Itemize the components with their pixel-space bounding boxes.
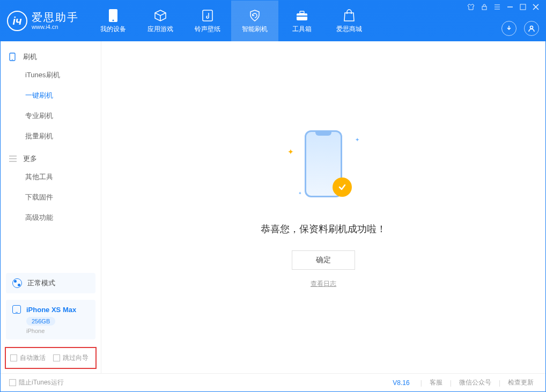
shirt-icon[interactable] xyxy=(467,4,475,12)
main-content: ✦ ✦ ✦ 恭喜您，保资料刷机成功啦！ 确定 查看日志 xyxy=(101,41,545,373)
tab-apps[interactable]: 应用游戏 xyxy=(137,1,184,41)
success-message: 恭喜您，保资料刷机成功啦！ xyxy=(261,223,386,235)
toolbox-icon xyxy=(296,9,308,23)
ok-button[interactable]: 确定 xyxy=(292,250,355,270)
app-window: iч 爱思助手 www.i4.cn 我的设备 应用游戏 铃声壁纸 智能刷机 xyxy=(0,0,546,392)
svg-rect-6 xyxy=(482,6,486,10)
sparkle-icon: ✦ xyxy=(287,147,294,156)
user-button[interactable] xyxy=(524,21,539,36)
svg-point-1 xyxy=(113,19,114,21)
device-card[interactable]: iPhone XS Max 256GB iPhone xyxy=(6,300,95,339)
checkbox-auto-activate[interactable]: 自动激活 xyxy=(10,353,46,363)
device-small-icon xyxy=(12,305,21,314)
app-title: 爱思助手 xyxy=(32,11,79,24)
nav-tabs: 我的设备 应用游戏 铃声壁纸 智能刷机 工具箱 爱思商城 xyxy=(90,1,373,41)
svg-rect-4 xyxy=(300,11,304,13)
svg-point-10 xyxy=(12,59,13,60)
svg-rect-3 xyxy=(297,13,307,20)
footer-support-link[interactable]: 客服 xyxy=(426,378,446,387)
device-capacity-badge: 256GB xyxy=(26,317,55,326)
success-illustration: ✦ ✦ ✦ xyxy=(278,126,369,206)
svg-rect-7 xyxy=(520,4,526,10)
sidebar-item-pro-flash[interactable]: 专业刷机 xyxy=(1,106,101,126)
sidebar-group-more: 更多 xyxy=(1,151,101,167)
sidebar-item-itunes-flash[interactable]: iTunes刷机 xyxy=(1,65,101,85)
sidebar-item-download-firmware[interactable]: 下载固件 xyxy=(1,187,101,208)
app-subtitle: www.i4.cn xyxy=(32,24,79,31)
sidebar: 刷机 iTunes刷机 一键刷机 专业刷机 批量刷机 更多 其他工具 下载固件 … xyxy=(1,41,101,373)
window-controls xyxy=(467,4,539,12)
close-button[interactable] xyxy=(533,4,539,12)
footer: 阻止iTunes运行 V8.16 | 客服 | 微信公众号 | 检查更新 xyxy=(1,373,545,391)
tab-store[interactable]: 爱思商城 xyxy=(326,1,373,41)
checkmark-badge-icon xyxy=(333,177,352,197)
logo: iч 爱思助手 www.i4.cn xyxy=(7,11,79,31)
lock-icon[interactable] xyxy=(481,4,488,12)
svg-rect-5 xyxy=(297,16,307,17)
mode-indicator[interactable]: 正常模式 xyxy=(6,273,95,293)
version-label: V8.16 xyxy=(393,379,409,387)
list-icon xyxy=(9,156,18,162)
shield-refresh-icon xyxy=(248,9,261,23)
minimize-button[interactable] xyxy=(507,4,513,12)
cube-icon xyxy=(154,9,167,23)
sparkle-icon: ✦ xyxy=(355,137,359,143)
download-button[interactable] xyxy=(501,21,517,36)
footer-update-link[interactable]: 检查更新 xyxy=(505,378,537,387)
svg-rect-2 xyxy=(203,10,212,21)
svg-point-8 xyxy=(530,26,533,29)
maximize-button[interactable] xyxy=(520,4,526,12)
tab-my-device[interactable]: 我的设备 xyxy=(90,1,137,41)
sidebar-item-advanced[interactable]: 高级功能 xyxy=(1,208,101,228)
menu-icon[interactable] xyxy=(494,4,500,12)
mode-icon xyxy=(12,278,22,288)
tab-ringtones[interactable]: 铃声壁纸 xyxy=(184,1,231,41)
checkbox-block-itunes[interactable]: 阻止iTunes运行 xyxy=(9,378,64,387)
bottom-options-highlighted: 自动激活 跳过向导 xyxy=(5,347,97,369)
tab-toolbox[interactable]: 工具箱 xyxy=(278,1,326,41)
bag-icon xyxy=(343,9,355,23)
sidebar-item-batch-flash[interactable]: 批量刷机 xyxy=(1,126,101,146)
device-type-label: iPhone xyxy=(26,328,45,334)
music-file-icon xyxy=(202,9,213,23)
sidebar-item-other-tools[interactable]: 其他工具 xyxy=(1,167,101,187)
device-icon xyxy=(9,53,18,61)
sidebar-item-oneclick-flash[interactable]: 一键刷机 xyxy=(1,85,101,106)
checkbox-skip-guide[interactable]: 跳过向导 xyxy=(53,353,88,363)
logo-icon: iч xyxy=(7,11,27,31)
sparkle-icon: ✦ xyxy=(298,191,302,196)
tab-smart-flash[interactable]: 智能刷机 xyxy=(231,1,278,41)
view-log-link[interactable]: 查看日志 xyxy=(311,279,336,289)
phone-icon xyxy=(108,9,118,23)
footer-wechat-link[interactable]: 微信公众号 xyxy=(456,378,495,387)
header: iч 爱思助手 www.i4.cn 我的设备 应用游戏 铃声壁纸 智能刷机 xyxy=(1,1,545,41)
sidebar-group-flash: 刷机 xyxy=(1,49,101,65)
